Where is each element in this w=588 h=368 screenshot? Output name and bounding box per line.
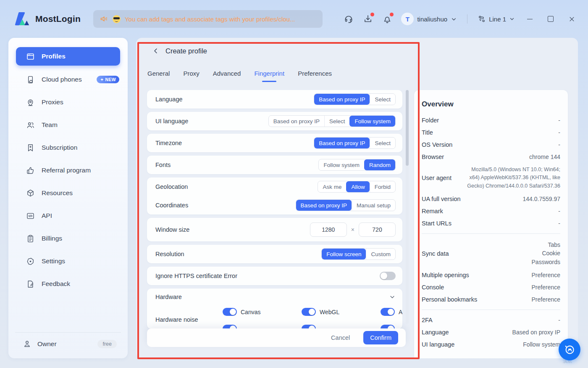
webgl-label: WebGL (320, 309, 339, 315)
hardware-noise-label: Hardware noise (155, 316, 198, 323)
thumbs-up-icon (26, 166, 35, 175)
minimize-icon (527, 19, 533, 19)
close-icon (569, 16, 575, 22)
billing-clipboard-icon (26, 234, 35, 243)
window-size-row: Window size × (147, 218, 402, 241)
line-selector[interactable]: Line 1 (478, 15, 515, 23)
https-error-row: Ignore HTTPS certificate Error (147, 267, 402, 285)
coordinates-option-manual-setup[interactable]: Manual setup (352, 200, 395, 211)
sidebar-item-referral-program[interactable]: Referral program (8, 159, 128, 182)
overview-title: Overview (422, 100, 560, 109)
geolocation-option-forbid[interactable]: Forbid (370, 181, 395, 192)
https-error-toggle[interactable] (380, 272, 396, 280)
announcement-banner[interactable]: You can add tags and associate tags with… (93, 10, 323, 28)
sidebar-item-label: Feedback (42, 280, 70, 288)
timezone-label: Timezone (155, 140, 182, 146)
timezone-option-select[interactable]: Select (370, 138, 395, 148)
sidebar-item-label: Profiles (42, 53, 66, 60)
geolocation-option-allow[interactable]: Allow (346, 181, 369, 192)
support-headset-button[interactable] (343, 13, 354, 24)
maximize-button[interactable] (544, 13, 557, 25)
sidebar-item-label: Referral program (42, 167, 91, 174)
fonts-label: Fonts (155, 161, 171, 168)
brand-name: MostLogin (35, 14, 81, 24)
download-notification-dot (370, 13, 374, 16)
resolution-option-custom[interactable]: Custom (366, 249, 395, 259)
notifications-button[interactable] (382, 13, 393, 24)
sidebar-item-team[interactable]: Team (8, 114, 128, 136)
brand: MostLogin (13, 11, 81, 27)
confirm-button[interactable]: Confirm (363, 331, 398, 344)
audio-context-label: Audio context (399, 309, 402, 315)
sidebar-item-label: Proxies (42, 98, 63, 106)
fonts-option-random[interactable]: Random (364, 159, 395, 170)
minimize-button[interactable] (523, 13, 536, 25)
tab-general[interactable]: General (147, 66, 170, 82)
chevron-down-icon[interactable] (389, 294, 396, 300)
back-button[interactable] (151, 46, 160, 56)
support-chat-button[interactable] (559, 339, 580, 360)
audio-context-toggle[interactable] (381, 308, 395, 316)
canvas-toggle[interactable] (223, 308, 237, 316)
webgl-toggle[interactable] (302, 308, 316, 316)
language-option-based-on-proxy-ip[interactable]: Based on proxy IP (314, 94, 370, 105)
overview-row-remark: Remark - (422, 208, 560, 214)
bookmark-plus-icon (26, 143, 35, 152)
window-height-input[interactable] (359, 222, 396, 237)
resolution-option-follow-screen[interactable]: Follow screen (322, 249, 366, 259)
overview-row-os-version: OS Version - (422, 141, 560, 148)
sidebar-item-proxies[interactable]: Proxies (8, 91, 128, 114)
ui-language-row: UI language Based on proxy IP Select Fol… (147, 112, 402, 130)
window-size-separator: × (351, 226, 354, 233)
cube-icon (26, 189, 35, 198)
tab-advanced[interactable]: Advanced (213, 66, 241, 82)
ui-language-option-select[interactable]: Select (324, 116, 350, 127)
sidebar-item-settings[interactable]: Settings (8, 250, 128, 273)
fonts-option-follow-system[interactable]: Follow system (319, 159, 364, 170)
ui-language-segmented-control: Based on proxy IP Select Follow system (268, 115, 396, 127)
fingerprint-form: Language Based on proxy IP Select UI lan… (147, 90, 402, 332)
language-option-select[interactable]: Select (370, 94, 395, 105)
scrollbar-thumb[interactable] (406, 90, 409, 166)
main-panel: Create profile General Proxy Advanced Fi… (136, 38, 578, 358)
api-code-icon (26, 212, 35, 220)
tab-fingerprint[interactable]: Fingerprint (254, 66, 284, 82)
new-badge: ✦ NEW (97, 76, 119, 83)
username: tinaliushuo (417, 16, 447, 23)
line-network-icon (478, 15, 486, 23)
overview-row-personal-bookmarks: Personal bookmarks Preference (422, 296, 560, 303)
window-width-input[interactable] (310, 222, 347, 237)
sidebar-item-subscription[interactable]: Subscription (8, 136, 128, 159)
sidebar-footer-divider (15, 332, 121, 333)
account-menu[interactable]: T tinaliushuo (401, 13, 457, 25)
geolocation-label: Geolocation (155, 183, 188, 190)
page-title: Create profile (165, 47, 207, 55)
sidebar-item-resources[interactable]: Resources (8, 182, 128, 204)
sidebar-item-billings[interactable]: Billings (8, 227, 128, 250)
geolocation-option-ask-me[interactable]: Ask me (318, 181, 346, 192)
overview-row-folder: Folder - (422, 117, 560, 124)
ui-language-option-based-on-proxy-ip[interactable]: Based on proxy IP (269, 116, 324, 127)
timezone-option-based-on-proxy-ip[interactable]: Based on proxy IP (314, 138, 370, 148)
sidebar-item-cloud-phones[interactable]: Cloud phones ✦ NEW (8, 68, 128, 91)
tab-proxy[interactable]: Proxy (183, 66, 199, 82)
headset-icon (344, 14, 354, 24)
form-scrollbar[interactable] (406, 90, 409, 324)
owner-row[interactable]: Owner free (15, 339, 121, 351)
sidebar-item-label: Settings (42, 257, 65, 265)
geolocation-card: Geolocation Ask me Allow Forbid Coordina… (147, 177, 402, 214)
download-button[interactable] (362, 13, 373, 24)
cancel-button[interactable]: Cancel (328, 334, 352, 342)
geolocation-segmented-control: Ask me Allow Forbid (318, 181, 396, 193)
overview-row-user-agent: User agent Mozilla/5.0 (Windows NT 10.0;… (422, 166, 560, 190)
tab-bar: General Proxy Advanced Fingerprint Prefe… (147, 66, 332, 82)
coordinates-option-based-on-proxy-ip[interactable]: Based on proxy IP (296, 200, 352, 211)
ui-language-option-follow-system[interactable]: Follow system (349, 116, 395, 127)
sidebar-item-api[interactable]: API (8, 204, 128, 227)
sidebar-item-feedback[interactable]: Feedback (8, 273, 128, 295)
sidebar-item-profiles[interactable]: Profiles (16, 47, 120, 66)
tab-preferences[interactable]: Preferences (298, 66, 332, 82)
line-selector-label: Line 1 (489, 16, 506, 23)
resolution-row: Resolution Follow screen Custom (147, 245, 402, 263)
close-button[interactable] (565, 13, 578, 25)
